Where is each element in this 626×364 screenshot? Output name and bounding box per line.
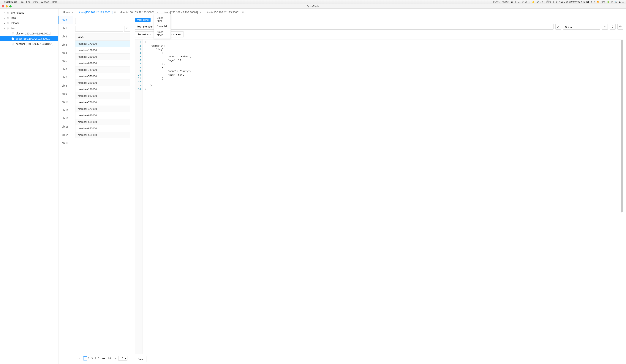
menu-help[interactable]: Help	[52, 0, 57, 3]
key-row[interactable]: member-882000	[75, 60, 130, 67]
search-button[interactable]	[124, 26, 130, 32]
mic-icon[interactable]: 🎤	[536, 1, 539, 3]
key-row[interactable]: member-286000	[75, 86, 130, 93]
key-row[interactable]: member-473000	[75, 106, 130, 112]
siri-icon[interactable]: ◉	[619, 1, 621, 3]
save-button[interactable]: Save	[135, 356, 147, 362]
db-item[interactable]: db 3	[59, 40, 73, 49]
db-item[interactable]: db 4	[59, 49, 73, 57]
circle-o-icon[interactable]: ◯	[541, 1, 543, 3]
tree-item[interactable]: sentinel-[150.109.42.193:31001]	[0, 41, 58, 46]
close-tab-icon[interactable]: ✕	[71, 11, 73, 14]
context-menu-item[interactable]: Close left	[154, 24, 170, 29]
db-item[interactable]: db 11	[59, 106, 73, 114]
key-row[interactable]: member-741000	[75, 67, 130, 73]
editor-code[interactable]: { "animals": { "dog": [ { "name": "Rufus…	[143, 39, 623, 354]
tab[interactable]: direct-[150.109.42.193:30001]✕	[203, 8, 246, 16]
tab[interactable]: direct-[150.109.42.193:30001]✕	[76, 8, 118, 16]
key-row[interactable]: member-570000	[75, 73, 130, 80]
key-row[interactable]: member-505000	[75, 119, 130, 125]
db-item[interactable]: db 5	[59, 57, 73, 65]
tree-item[interactable]: ▸release	[0, 20, 58, 26]
key-row[interactable]: member-339000	[75, 54, 130, 60]
close-tab-icon[interactable]: ✕	[157, 11, 158, 14]
window-title: QuickRedis	[0, 5, 626, 8]
menu-file[interactable]: File	[20, 0, 24, 3]
crosshair-icon[interactable]: ⊕	[590, 1, 592, 3]
tab[interactable]: Home✕	[61, 8, 76, 16]
delete-key-button[interactable]	[610, 24, 616, 30]
db-item[interactable]: db 7	[59, 73, 73, 81]
close-tab-icon[interactable]: ✕	[199, 11, 201, 14]
key-search-input[interactable]	[75, 26, 123, 32]
edit-ttl-button[interactable]	[602, 24, 608, 30]
context-menu-item[interactable]: Close other	[154, 29, 170, 38]
db-item[interactable]: db 9	[59, 90, 73, 98]
paper-plane-icon[interactable]: ➣	[529, 1, 530, 3]
tree-item[interactable]: ▸pre-release	[0, 10, 58, 15]
page-number[interactable]: 1	[83, 356, 87, 361]
tree-item[interactable]: ✓direct-[150.109.42.193:30001]	[0, 36, 58, 41]
page-next[interactable]: >	[113, 357, 117, 360]
key-row[interactable]: member-560000	[75, 132, 130, 138]
ttl-input[interactable]	[563, 24, 600, 30]
wifi-icon[interactable]: 📶	[597, 1, 599, 3]
pause-icon[interactable]: ⏸	[514, 1, 516, 3]
tree-item[interactable]: ▾test	[0, 26, 58, 31]
battery-box-icon[interactable]: ▯	[594, 1, 595, 3]
key-row[interactable]: member-872000	[75, 125, 130, 132]
db-item[interactable]: db 14	[59, 131, 73, 139]
db-item[interactable]: db 6	[59, 65, 73, 73]
page-size-select[interactable]: 15	[118, 356, 127, 361]
page-prev[interactable]: <	[78, 357, 82, 360]
edit-key-button[interactable]	[555, 24, 561, 30]
menu-edit[interactable]: Edit	[26, 0, 30, 3]
page-last[interactable]: 68	[107, 357, 112, 360]
heart-icon[interactable]: ♡	[522, 1, 524, 3]
next-icon[interactable]: ⏭	[518, 1, 520, 3]
calendar-icon[interactable]: 🗓	[552, 1, 555, 3]
db-item[interactable]: db 0	[59, 16, 73, 24]
input-method-icon[interactable]: A	[587, 1, 589, 3]
db-item[interactable]: db 10	[59, 98, 73, 106]
spiral-icon[interactable]: ◎	[525, 1, 527, 3]
menu-window[interactable]: Window	[41, 0, 49, 3]
key-row[interactable]: member-683000	[75, 112, 130, 119]
battery-icon[interactable]: 🔋	[607, 1, 610, 3]
clock-icon[interactable]: ◷	[611, 1, 613, 3]
editor-scrollbar[interactable]	[621, 40, 623, 354]
key-row[interactable]: member-957000	[75, 93, 130, 99]
connections-sidebar: ▸pre-release▸local▸release▾testcluster-[…	[0, 8, 59, 364]
key-name-input[interactable]	[135, 24, 553, 30]
spotlight-icon[interactable]: 🔍	[615, 1, 617, 3]
tree-item[interactable]: ▸local	[0, 15, 58, 20]
key-row[interactable]: member-756000	[75, 99, 130, 106]
prev-icon[interactable]: ⏮	[510, 1, 513, 3]
value-editor[interactable]: 1234567891011121314 { "animals": { "dog"…	[135, 39, 624, 354]
app-name[interactable]: QuickRedis	[4, 0, 17, 3]
close-tab-icon[interactable]: ✕	[114, 11, 116, 14]
menu-list-icon[interactable]: ☰	[622, 1, 624, 3]
key-pattern-input[interactable]	[75, 18, 130, 24]
refresh-button[interactable]	[618, 24, 624, 30]
db-item[interactable]: db 13	[59, 122, 73, 131]
db-item[interactable]: db 12	[59, 114, 73, 122]
format-json-button[interactable]: Format json	[135, 32, 154, 37]
bell-icon[interactable]: 🔔	[532, 1, 535, 3]
db-item[interactable]: db 1	[59, 24, 73, 32]
db-item[interactable]: db 8	[59, 81, 73, 90]
db-item[interactable]: db 2	[59, 32, 73, 40]
key-row[interactable]: member-162000	[75, 47, 130, 54]
close-tab-icon[interactable]: ✕	[242, 11, 244, 14]
db-item[interactable]: db 15	[59, 139, 73, 147]
page-number[interactable]: 5	[97, 357, 100, 360]
tree-item[interactable]: cluster-[150.109.42.193:7001]	[0, 31, 58, 36]
key-row[interactable]: member-330000	[75, 80, 130, 86]
context-menu-item[interactable]: Close right	[154, 15, 170, 24]
page-number[interactable]: 2	[87, 357, 90, 360]
page-ellipsis[interactable]: •••	[101, 357, 106, 360]
page-number[interactable]: 4	[94, 357, 97, 360]
page-number[interactable]: 3	[90, 357, 94, 360]
key-row[interactable]: member-173000	[75, 40, 130, 47]
menu-view[interactable]: View	[33, 0, 38, 3]
